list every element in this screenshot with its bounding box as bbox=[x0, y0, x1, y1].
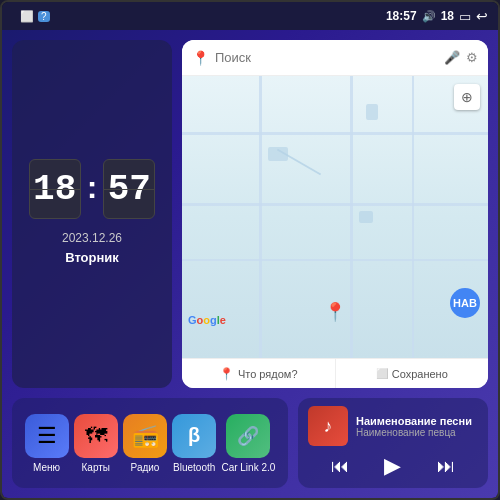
flip-clock: 18 : 57 bbox=[29, 159, 156, 219]
next-button[interactable]: ⏭ bbox=[429, 454, 463, 479]
menu-icon-img: ☰ bbox=[25, 414, 69, 458]
carlink-label: Car Link 2.0 bbox=[221, 462, 275, 473]
clock-date-text: 2023.12.26 bbox=[62, 229, 122, 248]
music-album-art: ♪ bbox=[308, 406, 348, 446]
carlink-icon-img: 🔗 bbox=[226, 414, 270, 458]
music-info: Наименование песни Наименование певца bbox=[356, 415, 478, 438]
clock-weekday: Вторник bbox=[62, 248, 122, 269]
map-saved-button[interactable]: ⬜ Сохранено bbox=[336, 359, 489, 388]
status-bar: ⬜ ? 18:57 🔊 18 ▭ ↩ bbox=[2, 2, 498, 30]
maps-icon-img: 🗺 bbox=[74, 414, 118, 458]
battery-icon: ▭ bbox=[459, 9, 471, 24]
bluetooth-icon-img: β bbox=[172, 414, 216, 458]
app-icon-maps[interactable]: 🗺 Карты bbox=[74, 414, 118, 473]
status-icons-left: ⬜ ? bbox=[20, 10, 50, 23]
radio-icon-img: 📻 bbox=[123, 414, 167, 458]
map-road-v3 bbox=[412, 76, 414, 358]
app-icon-bluetooth[interactable]: β Bluetooth bbox=[172, 414, 216, 473]
battery-level: 18 bbox=[441, 9, 454, 23]
map-nav-button[interactable]: НАВ bbox=[450, 288, 480, 318]
map-road-3 bbox=[182, 259, 488, 261]
music-controls: ⏮ ▶ ⏭ bbox=[308, 451, 478, 481]
map-pin-icon: 📍 bbox=[192, 50, 209, 66]
map-block-2 bbox=[359, 211, 373, 223]
clock-date: 2023.12.26 Вторник bbox=[62, 229, 122, 269]
album-art-icon: ♪ bbox=[324, 416, 333, 437]
map-search-bar[interactable]: 📍 🎤 ⚙ bbox=[182, 40, 488, 76]
clock-widget: 18 : 57 2023.12.26 Вторник bbox=[12, 40, 172, 388]
map-area[interactable]: Google 📍 ⊕ НАВ bbox=[182, 76, 488, 358]
play-button[interactable]: ▶ bbox=[376, 451, 409, 481]
maps-icon: 🗺 bbox=[85, 423, 107, 449]
question-icon[interactable]: ? bbox=[38, 11, 50, 22]
menu-icon: ☰ bbox=[37, 423, 57, 449]
map-block-3 bbox=[366, 104, 378, 120]
radio-icon: 📻 bbox=[132, 423, 159, 449]
map-widget: 📍 🎤 ⚙ bbox=[182, 40, 488, 388]
map-search-right: 🎤 ⚙ bbox=[444, 50, 478, 65]
main-content: 18 : 57 2023.12.26 Вторник 📍 🎤 ⚙ bbox=[2, 30, 498, 498]
nearby-pin-icon: 📍 bbox=[219, 367, 234, 381]
map-road-v2 bbox=[350, 76, 353, 358]
clock-minutes: 57 bbox=[103, 159, 155, 219]
app-icon-carlink[interactable]: 🔗 Car Link 2.0 bbox=[221, 414, 275, 473]
map-road-v1 bbox=[259, 76, 262, 358]
status-right: 18:57 🔊 18 ▭ ↩ bbox=[386, 8, 488, 24]
apps-panel: ☰ Меню 🗺 Карты 📻 Радио bbox=[12, 398, 288, 488]
back-icon[interactable]: ↩ bbox=[476, 8, 488, 24]
map-bottom-bar: 📍 Что рядом? ⬜ Сохранено bbox=[182, 358, 488, 388]
mic-icon[interactable]: 🎤 bbox=[444, 50, 460, 65]
bluetooth-icon: β bbox=[188, 424, 200, 447]
maps-label: Карты bbox=[82, 462, 111, 473]
map-search-input[interactable] bbox=[215, 50, 438, 65]
menu-label: Меню bbox=[33, 462, 60, 473]
music-top: ♪ Наименование песни Наименование певца bbox=[308, 406, 478, 446]
saved-icon: ⬜ bbox=[376, 368, 388, 379]
bluetooth-label: Bluetooth bbox=[173, 462, 215, 473]
map-zoom-button[interactable]: ⊕ bbox=[454, 84, 480, 110]
music-artist: Наименование певца bbox=[356, 427, 478, 438]
map-nearby-button[interactable]: 📍 Что рядом? bbox=[182, 359, 336, 388]
google-logo: Google bbox=[188, 314, 226, 326]
top-row: 18 : 57 2023.12.26 Вторник 📍 🎤 ⚙ bbox=[12, 40, 488, 388]
home-icon[interactable]: ⬜ bbox=[20, 10, 34, 23]
volume-icon: 🔊 bbox=[422, 10, 436, 23]
map-road-1 bbox=[182, 132, 488, 135]
map-nearby-label: Что рядом? bbox=[238, 368, 298, 380]
app-icon-radio[interactable]: 📻 Радио bbox=[123, 414, 167, 473]
app-icon-menu[interactable]: ☰ Меню bbox=[25, 414, 69, 473]
prev-button[interactable]: ⏮ bbox=[323, 454, 357, 479]
map-road-2 bbox=[182, 203, 488, 206]
status-time: 18:57 bbox=[386, 9, 417, 23]
map-block-1 bbox=[268, 147, 288, 161]
music-title: Наименование песни bbox=[356, 415, 478, 427]
carlink-icon: 🔗 bbox=[237, 425, 259, 447]
clock-hours: 18 bbox=[29, 159, 81, 219]
map-location-pin: 📍 bbox=[324, 301, 346, 323]
radio-label: Радио bbox=[131, 462, 160, 473]
settings-icon[interactable]: ⚙ bbox=[466, 50, 478, 65]
bottom-row: ☰ Меню 🗺 Карты 📻 Радио bbox=[12, 398, 488, 488]
music-panel: ♪ Наименование песни Наименование певца … bbox=[298, 398, 488, 488]
device-frame: ⬜ ? 18:57 🔊 18 ▭ ↩ 18 : 57 2023.12.26 bbox=[0, 0, 500, 500]
clock-colon: : bbox=[85, 169, 100, 206]
map-saved-label: Сохранено bbox=[392, 368, 448, 380]
